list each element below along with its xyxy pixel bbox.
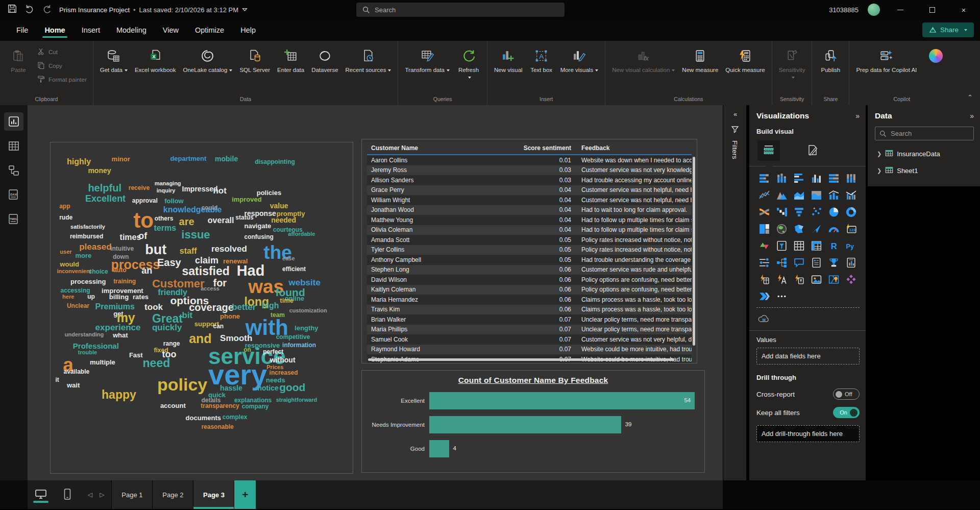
paginated-report-icon[interactable] [843, 256, 859, 269]
table-row[interactable]: Olivia Coleman0.04Had to follow up multi… [367, 225, 692, 235]
table-row[interactable]: Raymond Howard0.07Website could be more … [367, 345, 692, 355]
previous-page-icon[interactable]: ◁ [88, 491, 92, 498]
matrix-icon[interactable] [808, 239, 824, 252]
menu-optimize[interactable]: Optimize [188, 21, 231, 39]
expand-chevron-icon[interactable]: ❯ [877, 167, 881, 174]
data-field-insurancedata[interactable]: ❯InsuranceData [875, 145, 974, 162]
gauge-icon[interactable] [826, 222, 841, 235]
custom-visual-icon[interactable] [843, 273, 859, 286]
table-icon[interactable] [791, 239, 806, 252]
azure-map-icon[interactable] [808, 222, 824, 235]
chart-bar[interactable] [429, 440, 449, 457]
pie-chart-icon[interactable] [826, 205, 841, 218]
redo-icon[interactable] [42, 4, 52, 16]
keep-all-filters-toggle[interactable]: On [833, 407, 860, 418]
save-icon[interactable] [7, 4, 17, 16]
more-visuals-icon[interactable] [774, 289, 789, 303]
donut-chart-icon[interactable] [843, 205, 859, 218]
filters-pane-collapsed[interactable]: « Filters [723, 105, 746, 480]
bar-chart-visual[interactable]: Count of Customer Name By Feedback Excel… [361, 370, 705, 473]
qa-visual-icon[interactable] [791, 256, 806, 269]
global-search-input[interactable]: Search [356, 3, 565, 17]
menu-modeling[interactable]: Modeling [109, 21, 154, 39]
undo-icon[interactable] [24, 4, 35, 16]
hundred-stacked-area-chart-icon[interactable] [808, 188, 824, 202]
word-cloud-visual[interactable]: highlyminormoneydepartmentmobiledisappoi… [50, 142, 353, 474]
sensitivity-button[interactable]: Sensitivity [776, 45, 808, 94]
build-visual-tab[interactable] [757, 140, 780, 161]
tab-page-1[interactable]: Page 1 [112, 480, 153, 509]
expand-chevron-icon[interactable]: ❯ [877, 151, 881, 157]
table-row[interactable]: Maria Phillips0.07Unclear policy terms, … [367, 325, 692, 335]
close-button[interactable]: × [952, 1, 975, 18]
title-dropdown-icon[interactable] [242, 8, 248, 12]
hundred-stacked-column-chart-icon[interactable] [843, 172, 859, 185]
power-apps-icon[interactable] [756, 273, 772, 286]
project-title[interactable]: Prism Insurance Project [59, 6, 130, 14]
map-icon[interactable] [774, 222, 789, 235]
minimize-button[interactable] [889, 1, 912, 18]
table-row[interactable]: William Wright0.04Customer service was n… [367, 195, 692, 205]
tab-page-3[interactable]: Page 3 [193, 480, 234, 509]
table-view-icon[interactable] [4, 137, 23, 155]
table-row[interactable]: Grace Perry0.04Customer service was not … [367, 185, 692, 196]
chart-bar[interactable] [429, 392, 695, 409]
add-data-fields-dropzone[interactable]: Add data fields here [756, 348, 860, 365]
sql-server-button[interactable]: SQL Server [237, 45, 273, 94]
next-page-icon[interactable]: ▷ [100, 491, 104, 498]
report-view-icon[interactable] [4, 112, 23, 131]
table-row[interactable]: Amanda Scott0.05Policy rates increased w… [367, 235, 692, 245]
copilot-button[interactable] [921, 45, 950, 94]
stacked-column-chart-icon[interactable] [774, 172, 789, 185]
data-field-sheet1[interactable]: ❯Sheet1 [875, 162, 974, 179]
table-row[interactable]: Aaron Collins0.01Website was down when I… [367, 155, 692, 165]
add-drill-through-fields-dropzone[interactable]: Add drill-through fields here [756, 425, 860, 442]
refresh-button[interactable]: Refresh [454, 45, 483, 94]
new-visual-calculation-button[interactable]: fx New visual calculation [609, 45, 677, 94]
line-chart-icon[interactable] [756, 188, 772, 202]
card-icon[interactable]: 123 [843, 222, 859, 235]
menu-help[interactable]: Help [233, 21, 263, 39]
table-row[interactable]: Samuel Cook0.07Customer service was not … [367, 334, 692, 345]
share-button[interactable]: Share [922, 22, 974, 37]
power-automate-icon[interactable] [756, 289, 772, 303]
metrics-icon[interactable] [826, 256, 841, 269]
paste-button[interactable]: Paste [4, 45, 33, 94]
power-automate-visual-icon[interactable] [774, 273, 789, 286]
dax-query-view-icon[interactable]: DAX [4, 186, 23, 204]
funnel-chart-icon[interactable] [791, 205, 806, 218]
arcgis-map-icon[interactable] [826, 273, 841, 286]
line-clustered-column-chart-icon[interactable] [843, 188, 859, 202]
avatar[interactable] [868, 4, 880, 16]
word-cloud-custom-visual-icon[interactable]: W [756, 312, 772, 325]
table-row[interactable]: Travis Kim0.06Claims process was a hassl… [367, 305, 692, 315]
dataverse-button[interactable]: Dataverse [309, 45, 340, 94]
filled-map-icon[interactable] [791, 222, 806, 235]
stacked-area-chart-icon[interactable] [791, 188, 806, 202]
recent-sources-button[interactable]: Recent sources [343, 45, 394, 94]
table-row[interactable]: Jeremy Ross0.03Customer service was not … [367, 165, 692, 176]
table-row[interactable]: Tyler Collins0.05Policy rates increased … [367, 245, 692, 255]
clustered-bar-chart-icon[interactable] [791, 172, 806, 185]
menu-home[interactable]: Home [37, 21, 72, 39]
table-vertical-scrollbar[interactable] [693, 157, 695, 346]
treemap-icon[interactable] [756, 222, 772, 235]
menu-file[interactable]: File [9, 21, 35, 39]
slicer-icon[interactable] [774, 239, 789, 252]
table-row[interactable]: Allison Sanders0.03Had trouble accessing… [367, 175, 692, 185]
table-row[interactable]: Kaitlyn Coleman0.06Policy options are co… [367, 285, 692, 295]
add-page-button[interactable]: + [234, 480, 256, 509]
table-row[interactable]: Jonathan Wood0.04Had to wait too long fo… [367, 205, 692, 215]
scorecard-icon[interactable] [791, 273, 806, 286]
image-visual-icon[interactable] [808, 273, 824, 286]
new-measure-button[interactable]: New measure [679, 45, 721, 94]
menu-view[interactable]: View [156, 21, 186, 39]
scatter-chart-icon[interactable] [808, 205, 824, 218]
enter-data-button[interactable]: Enter data [275, 45, 307, 94]
format-painter-button[interactable]: Format painter [35, 74, 89, 86]
cut-button[interactable]: Cut [35, 46, 89, 58]
kpi-icon[interactable] [756, 239, 772, 252]
model-view-icon[interactable] [4, 161, 23, 180]
collapse-pane-icon[interactable]: » [855, 112, 860, 120]
quick-measure-button[interactable]: Quick measure [723, 45, 767, 94]
